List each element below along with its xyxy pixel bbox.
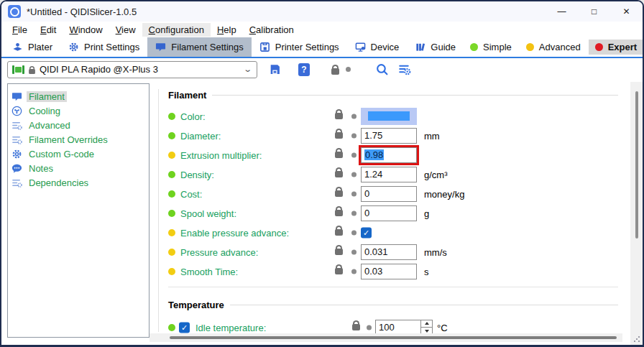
qidislicer-window: *Untitled - QIDISlicer-1.0.5 — □ ✕ File … [0,0,644,347]
search-button[interactable] [375,63,389,76]
lock-icon[interactable] [335,113,343,119]
tab-filament-settings[interactable]: Filament Settings [147,37,251,57]
close-button[interactable]: ✕ [610,1,643,22]
menu-view[interactable]: View [109,23,142,37]
lock-icon[interactable] [335,229,343,236]
mode-advanced[interactable]: Advanced [520,40,587,55]
menu-calibration[interactable]: Calibration [243,23,300,37]
menu-window[interactable]: Window [63,23,109,37]
density-input[interactable]: 1.24 [361,167,417,182]
tab-printer-settings[interactable]: Printer Settings [252,37,347,57]
setting-label: Idle temperature: [196,322,266,333]
lock-icon [29,69,35,74]
vertical-scrollbar-thumb[interactable] [635,91,638,239]
app-logo-icon [8,5,21,18]
option-dot-icon [168,152,175,159]
sidebar-item-advanced[interactable]: Advanced [8,118,149,132]
menu-configuration[interactable]: Configuration [142,23,211,37]
vertical-scrollbar[interactable] [630,82,643,345]
sidebar-item-label: Filament Overrides [27,134,110,145]
sidebar-item-label: Cooling [27,106,63,116]
compare-presets-button[interactable] [397,63,411,76]
lock-icon[interactable] [335,132,343,139]
lock-icon[interactable] [335,249,343,255]
setting-row-spool-weight: Spool weight: 0 g [168,203,618,223]
lock-icon[interactable] [335,190,343,197]
tab-print-settings[interactable]: Print Settings [60,37,147,57]
mode-label: Simple [483,42,512,52]
titlebar: *Untitled - QIDISlicer-1.0.5 — □ ✕ [1,1,643,22]
filament-icon [155,42,166,52]
diameter-input[interactable]: 1.75 [361,128,417,144]
menu-file[interactable]: File [6,23,34,37]
advanced-dot-icon [526,43,534,51]
spool-weight-input[interactable]: 0 [361,205,417,221]
sidebar-item-custom-gcode[interactable]: Custom G-code [8,147,149,161]
gear-icon [12,149,22,159]
setting-label: Extrusion multiplier: [180,149,262,160]
lock-icon[interactable] [335,152,343,158]
setting-row-density: Density: 1.24 g/cm³ [168,165,618,184]
minimize-button[interactable]: — [546,1,578,22]
tab-plater[interactable]: Plater [4,37,60,57]
lock-icon[interactable] [335,210,343,216]
resize-grip[interactable] [633,336,640,343]
unit-label: mm/s [424,246,447,257]
enable-pressure-advance-checkbox[interactable] [361,227,372,238]
sliders-icon [12,177,22,188]
sliders-icon [12,120,22,131]
preset-combobox[interactable]: QIDI PLA Rapido @X-Plus 3 ⌄ [7,61,257,78]
unit-label: °C [437,322,448,333]
setting-label: Color: [180,111,206,121]
mode-label: Advanced [539,42,581,52]
search-icon [375,63,389,76]
sidebar-item-cooling[interactable]: Cooling [8,103,149,118]
sidebar-item-filament[interactable]: Filament [8,89,149,103]
cost-input[interactable]: 0 [361,186,417,202]
pressure-advance-input[interactable]: 0.031 [361,244,417,260]
tab-bar: Plater Print Settings Filament Settings … [1,37,643,58]
smooth-time-input[interactable]: 0.03 [361,264,417,279]
menu-bar: File Edit Window View Configuration Help… [1,22,643,37]
help-button[interactable]: ? [298,63,310,76]
tab-label: Device [371,42,400,52]
option-dot-icon [168,190,175,198]
tab-device[interactable]: Device [347,37,408,57]
help-icon: ? [298,63,310,76]
mode-label: Expert [608,42,637,52]
menu-edit[interactable]: Edit [34,23,63,37]
panel-divider [158,89,159,332]
idle-temperature-value: 100 [379,322,395,333]
mode-simple[interactable]: Simple [464,40,518,55]
spin-up-button[interactable] [421,320,432,328]
menu-help[interactable]: Help [211,23,243,37]
horizontal-scrollbar-thumb[interactable] [170,336,617,339]
extrusion-multiplier-input[interactable]: 0.98 [361,147,417,163]
sidebar-item-filament-overrides[interactable]: Filament Overrides [8,132,149,147]
tab-label: Guide [431,42,456,52]
sidebar-item-dependencies[interactable]: Dependencies [8,175,149,190]
lock-icon[interactable] [335,171,343,177]
tab-guide[interactable]: Guide [407,37,464,57]
dot-icon [367,325,372,330]
lock-preset-button[interactable] [331,64,351,75]
idle-temperature-checkbox[interactable] [179,322,190,333]
compare-presets-icon [397,63,411,76]
chevron-down-icon: ⌄ [243,65,252,74]
tab-label: Filament Settings [171,42,243,52]
lock-icon[interactable] [335,268,343,274]
content-area: Filament Cooling Advanced Filament Overr… [1,82,643,345]
setting-label: Smooth Time: [180,266,238,277]
section-separator [168,287,618,287]
horizontal-scrollbar[interactable] [150,333,622,342]
lock-icon[interactable] [352,324,360,330]
save-preset-button[interactable] [269,63,281,75]
mode-expert[interactable]: Expert [589,40,643,55]
setting-row-enable-pressure-advance: Enable pressure advance: [168,223,618,242]
color-swatch-button[interactable] [361,108,417,125]
sidebar-item-notes[interactable]: Notes [8,161,149,175]
maximize-button[interactable]: □ [578,1,610,22]
dot-icon [351,249,356,254]
guide-icon [415,42,426,52]
setting-row-smooth-time: Smooth Time: 0.03 s [168,262,618,281]
